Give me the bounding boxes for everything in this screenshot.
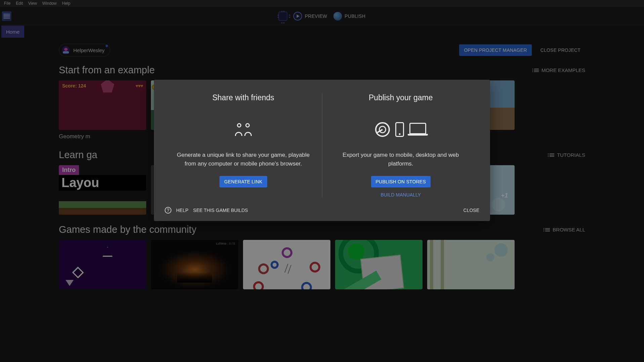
chrome-icon: [375, 122, 390, 137]
publish-on-stores-button[interactable]: PUBLISH ON STORES: [371, 176, 431, 187]
share-description: Generate a unique link to share your gam…: [173, 151, 314, 168]
build-manually-link[interactable]: BUILD MANUALLY: [330, 192, 472, 197]
laptop-icon: [409, 123, 426, 134]
publish-description: Export your game to mobile, desktop and …: [330, 151, 472, 168]
export-dialog: Share with friends Generate a unique lin…: [154, 80, 490, 221]
generate-link-button[interactable]: GENERATE LINK: [219, 176, 267, 187]
close-button[interactable]: CLOSE: [464, 208, 479, 213]
phone-icon: [395, 122, 404, 137]
see-builds-link[interactable]: SEE THIS GAME BUILDS: [193, 208, 248, 213]
help-link[interactable]: HELP: [176, 208, 189, 213]
share-panel: Share with friends Generate a unique lin…: [165, 93, 322, 197]
publish-title: Publish your game: [330, 93, 472, 102]
share-title: Share with friends: [173, 93, 314, 102]
help-icon[interactable]: ?: [165, 207, 171, 214]
publish-panel: Publish your game Export your game to mo…: [322, 93, 480, 197]
modal-overlay: Share with friends Generate a unique lin…: [0, 0, 644, 362]
people-icon: [235, 123, 252, 136]
